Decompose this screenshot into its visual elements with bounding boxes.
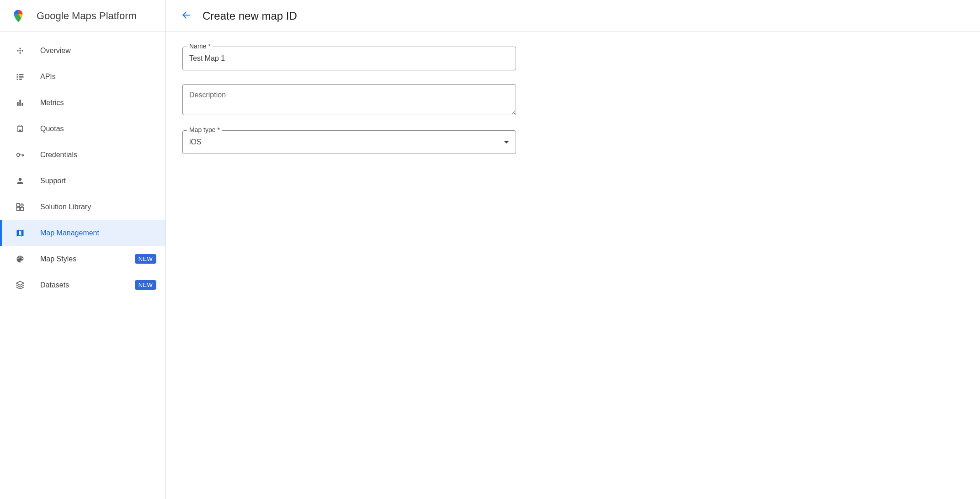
sidebar-item-label: Credentials (40, 151, 156, 159)
svg-point-6 (19, 50, 21, 51)
svg-rect-10 (19, 76, 24, 78)
sidebar-item-label: Overview (40, 47, 156, 55)
metrics-icon (15, 97, 26, 108)
sidebar-title: Google Maps Platform (37, 10, 137, 22)
main-header: Create new map ID (166, 0, 980, 32)
apis-icon (15, 71, 26, 82)
sidebar-item-label: Quotas (40, 125, 156, 133)
chevron-down-icon (504, 141, 509, 143)
svg-rect-12 (19, 79, 22, 80)
sidebar-item-map-management[interactable]: Map Management (0, 220, 165, 246)
new-badge: NEW (135, 280, 156, 290)
svg-rect-14 (19, 100, 21, 106)
sidebar-item-credentials[interactable]: Credentials (0, 142, 165, 168)
map-styles-icon (15, 254, 26, 265)
datasets-icon (15, 280, 26, 291)
sidebar-nav: Overview APIs Metrics Quotas (0, 32, 165, 298)
sidebar-item-overview[interactable]: Overview (0, 37, 165, 64)
svg-rect-24 (21, 207, 24, 210)
svg-rect-18 (19, 129, 21, 131)
google-maps-logo-icon (11, 9, 26, 23)
map-type-label: Map type * (187, 126, 222, 133)
svg-rect-22 (23, 154, 24, 156)
create-map-id-form: Name * Map type * iOS (166, 32, 980, 182)
map-type-field-wrapper: Map type * iOS (182, 130, 516, 154)
svg-point-5 (19, 52, 21, 53)
sidebar-item-solution-library[interactable]: Solution Library (0, 194, 165, 220)
credentials-icon (15, 149, 26, 160)
svg-rect-16 (19, 125, 20, 126)
support-icon (15, 175, 26, 186)
main-content: Create new map ID Name * Map type * iOS (166, 0, 980, 499)
svg-point-4 (21, 50, 23, 51)
sidebar-item-support[interactable]: Support (0, 168, 165, 194)
svg-rect-11 (17, 79, 18, 80)
new-badge: NEW (135, 254, 156, 264)
sidebar-item-label: APIs (40, 73, 156, 81)
svg-point-3 (17, 50, 18, 51)
svg-rect-23 (17, 203, 20, 207)
svg-point-2 (19, 48, 21, 49)
map-type-value: iOS (189, 138, 202, 146)
sidebar-item-datasets[interactable]: Datasets NEW (0, 272, 165, 298)
sidebar-item-quotas[interactable]: Quotas (0, 116, 165, 142)
sidebar-item-map-styles[interactable]: Map Styles NEW (0, 246, 165, 272)
sidebar-item-label: Solution Library (40, 203, 156, 211)
svg-rect-17 (21, 125, 22, 126)
quotas-icon (15, 123, 26, 134)
back-button[interactable] (177, 7, 195, 25)
sidebar-item-label: Datasets (40, 281, 129, 289)
solution-library-icon (15, 202, 26, 212)
name-input[interactable] (182, 47, 516, 70)
sidebar-header: Google Maps Platform (0, 0, 165, 32)
name-field-wrapper: Name * (182, 47, 516, 70)
sidebar-item-metrics[interactable]: Metrics (0, 90, 165, 116)
page-title: Create new map ID (202, 10, 297, 22)
sidebar-item-label: Metrics (40, 99, 156, 107)
svg-rect-9 (17, 76, 18, 78)
svg-rect-8 (19, 74, 24, 75)
map-type-select[interactable]: iOS (182, 130, 516, 154)
svg-rect-15 (21, 103, 23, 106)
map-management-icon (15, 228, 26, 239)
svg-point-19 (17, 153, 20, 156)
svg-rect-20 (19, 154, 23, 155)
svg-rect-7 (17, 74, 18, 75)
sidebar-item-apis[interactable]: APIs (0, 64, 165, 90)
description-input[interactable] (182, 84, 516, 115)
svg-rect-13 (17, 102, 18, 106)
svg-rect-25 (17, 207, 20, 210)
sidebar-item-label: Map Styles (40, 255, 129, 263)
description-field-wrapper (182, 84, 516, 117)
arrow-back-icon (181, 10, 192, 22)
name-label: Name * (187, 42, 213, 50)
sidebar-item-label: Support (40, 177, 156, 185)
svg-rect-21 (22, 154, 23, 156)
overview-icon (15, 45, 26, 56)
sidebar-item-label: Map Management (40, 229, 156, 237)
sidebar: Google Maps Platform Overview APIs Metri… (0, 0, 166, 499)
